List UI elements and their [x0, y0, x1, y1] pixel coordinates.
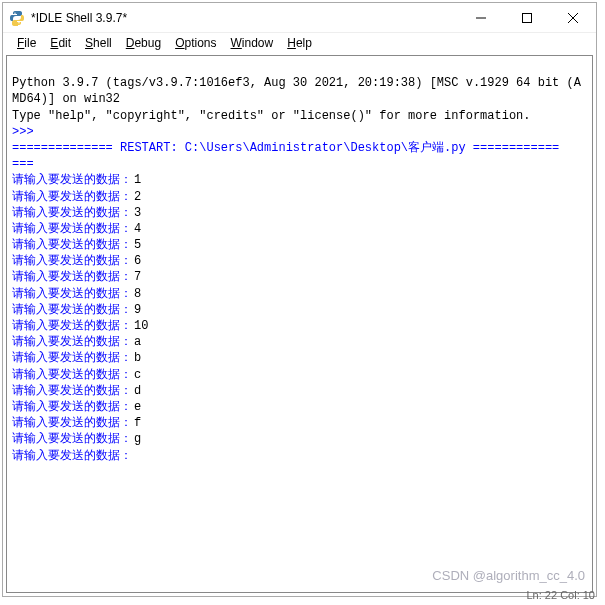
input-value: 5	[134, 237, 141, 253]
input-line: 请输入要发送的数据：1	[12, 172, 587, 188]
window-title: *IDLE Shell 3.9.7*	[31, 11, 458, 25]
input-line: 请输入要发送的数据：3	[12, 205, 587, 221]
input-value: 2	[134, 189, 141, 205]
input-prompt: 请输入要发送的数据：	[12, 172, 132, 188]
input-line: 请输入要发送的数据：c	[12, 367, 587, 383]
input-value: 7	[134, 269, 141, 285]
input-line: 请输入要发送的数据：6	[12, 253, 587, 269]
svg-rect-1	[523, 13, 532, 22]
input-line: 请输入要发送的数据：b	[12, 350, 587, 366]
input-line: 请输入要发送的数据：	[12, 448, 587, 464]
input-value: 9	[134, 302, 141, 318]
menu-edit[interactable]: Edit	[44, 35, 77, 51]
input-prompt: 请输入要发送的数据：	[12, 205, 132, 221]
menu-options[interactable]: Options	[169, 35, 222, 51]
restart-line: ===	[12, 157, 34, 171]
statusbar: Ln: 22 Col: 10	[527, 589, 596, 601]
input-line: 请输入要发送的数据：2	[12, 189, 587, 205]
input-prompt: 请输入要发送的数据：	[12, 221, 132, 237]
close-button[interactable]	[550, 3, 596, 33]
input-value: 4	[134, 221, 141, 237]
input-value: g	[134, 431, 141, 447]
minimize-button[interactable]	[458, 3, 504, 33]
shell-content[interactable]: Python 3.9.7 (tags/v3.9.7:1016ef3, Aug 3…	[6, 55, 593, 593]
menu-file[interactable]: File	[11, 35, 42, 51]
input-value: 1	[134, 172, 141, 188]
shell-prompt: >>>	[12, 125, 34, 139]
input-line: 请输入要发送的数据：9	[12, 302, 587, 318]
menu-debug[interactable]: Debug	[120, 35, 167, 51]
input-line: 请输入要发送的数据：a	[12, 334, 587, 350]
banner-line: Type "help", "copyright", "credits" or "…	[12, 109, 530, 123]
input-prompt: 请输入要发送的数据：	[12, 334, 132, 350]
input-lines: 请输入要发送的数据：1请输入要发送的数据：2请输入要发送的数据：3请输入要发送的…	[12, 172, 587, 463]
input-prompt: 请输入要发送的数据：	[12, 189, 132, 205]
input-value: 10	[134, 318, 148, 334]
input-prompt: 请输入要发送的数据：	[12, 448, 132, 464]
input-value: 8	[134, 286, 141, 302]
input-prompt: 请输入要发送的数据：	[12, 253, 132, 269]
input-prompt: 请输入要发送的数据：	[12, 302, 132, 318]
titlebar[interactable]: *IDLE Shell 3.9.7*	[3, 3, 596, 33]
input-value: 6	[134, 253, 141, 269]
input-value: d	[134, 383, 141, 399]
input-line: 请输入要发送的数据：10	[12, 318, 587, 334]
input-line: 请输入要发送的数据：d	[12, 383, 587, 399]
input-line: 请输入要发送的数据：8	[12, 286, 587, 302]
menubar: File Edit Shell Debug Options Window Hel…	[3, 33, 596, 55]
input-prompt: 请输入要发送的数据：	[12, 367, 132, 383]
input-prompt: 请输入要发送的数据：	[12, 350, 132, 366]
input-value: c	[134, 367, 141, 383]
menu-shell[interactable]: Shell	[79, 35, 118, 51]
menu-window[interactable]: Window	[225, 35, 280, 51]
input-value: b	[134, 350, 141, 366]
restart-line: ============== RESTART: C:\Users\Adminis…	[12, 141, 559, 155]
input-line: 请输入要发送的数据：5	[12, 237, 587, 253]
input-prompt: 请输入要发送的数据：	[12, 399, 132, 415]
watermark: CSDN @algorithm_cc_4.0	[432, 568, 585, 583]
input-prompt: 请输入要发送的数据：	[12, 415, 132, 431]
input-value: f	[134, 415, 141, 431]
input-value: 3	[134, 205, 141, 221]
input-line: 请输入要发送的数据：g	[12, 431, 587, 447]
input-prompt: 请输入要发送的数据：	[12, 237, 132, 253]
window-controls	[458, 3, 596, 33]
input-line: 请输入要发送的数据：7	[12, 269, 587, 285]
input-prompt: 请输入要发送的数据：	[12, 318, 132, 334]
input-prompt: 请输入要发送的数据：	[12, 269, 132, 285]
input-value: e	[134, 399, 141, 415]
input-prompt: 请输入要发送的数据：	[12, 431, 132, 447]
idle-window: *IDLE Shell 3.9.7* File Edit Shell Debug…	[2, 2, 597, 597]
input-prompt: 请输入要发送的数据：	[12, 286, 132, 302]
input-prompt: 请输入要发送的数据：	[12, 383, 132, 399]
input-line: 请输入要发送的数据：e	[12, 399, 587, 415]
python-icon	[9, 10, 25, 26]
input-value: a	[134, 334, 141, 350]
input-line: 请输入要发送的数据：f	[12, 415, 587, 431]
input-line: 请输入要发送的数据：4	[12, 221, 587, 237]
maximize-button[interactable]	[504, 3, 550, 33]
banner-line: Python 3.9.7 (tags/v3.9.7:1016ef3, Aug 3…	[12, 76, 581, 106]
menu-help[interactable]: Help	[281, 35, 318, 51]
